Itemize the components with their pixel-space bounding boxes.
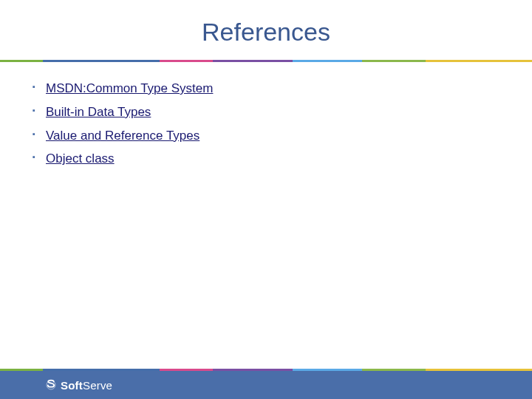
list-item: MSDN:Common Type System <box>33 80 499 98</box>
reference-link[interactable]: MSDN:Common Type System <box>46 81 213 95</box>
brand-logo: SoftServe <box>44 378 112 392</box>
content-area: MSDN:Common Type System Built-in Data Ty… <box>0 62 532 168</box>
list-item: Built-in Data Types <box>33 103 499 121</box>
list-item: Value and Reference Types <box>33 127 499 145</box>
footer: SoftServe <box>0 369 532 399</box>
references-list: MSDN:Common Type System Built-in Data Ty… <box>33 80 499 168</box>
reference-link[interactable]: Object class <box>46 151 115 166</box>
list-item: Object class <box>33 150 499 168</box>
reference-link[interactable]: Value and Reference Types <box>46 129 200 143</box>
brand-mark-icon <box>44 378 58 392</box>
brand-text: SoftServe <box>61 379 112 392</box>
reference-link[interactable]: Built-in Data Types <box>46 105 151 119</box>
slide-title: References <box>0 0 532 60</box>
footer-bar: SoftServe <box>0 371 532 399</box>
